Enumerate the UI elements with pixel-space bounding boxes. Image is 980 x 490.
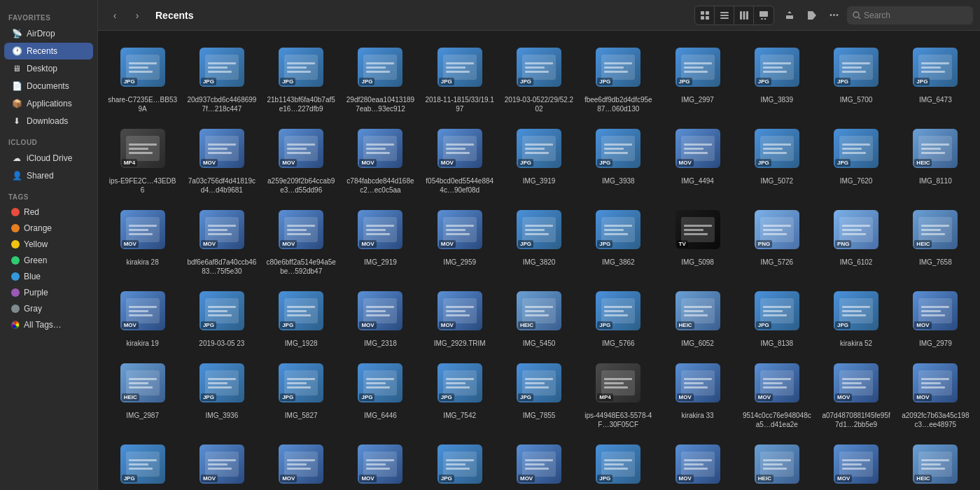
file-item[interactable]: MOV 22bc1243831f436ba221…8ac72aef	[500, 435, 578, 490]
file-item[interactable]: HEIC IMG_7658	[897, 200, 974, 280]
file-item[interactable]: HEIC a45c7c3ffb3f49709ce8c…c191b07	[897, 435, 974, 490]
file-item[interactable]: JPG IMG_8138	[738, 281, 816, 352]
file-item[interactable]: JPG IMG_7855	[500, 354, 578, 433]
file-item[interactable]: TV IMG_5098	[659, 200, 736, 280]
sidebar-item-documents[interactable]: 📄 Documents	[4, 78, 93, 94]
file-item[interactable]: MOV f054bcd0ed5544e8844c…90ef08d	[421, 119, 498, 199]
file-item[interactable]: HEIC IMG_7663	[738, 435, 816, 490]
file-item[interactable]: MOV c784fabcde844d168ec2…ec0c5aa	[342, 119, 419, 199]
sidebar-tag-blue[interactable]: Blue	[4, 269, 93, 284]
file-item[interactable]: MP4 ips-E9FE2C…43EDB6	[104, 119, 181, 199]
file-item[interactable]: MOV IMG_2929.TRIM	[421, 281, 498, 352]
file-item[interactable]: MOV a259e209f2b64ccab9e3…d55dd96	[262, 119, 340, 199]
file-item[interactable]: MOV kirakira 49	[817, 435, 895, 490]
file-item[interactable]: JPG IMG_2997	[659, 38, 736, 118]
file-thumbnail: MOV	[118, 286, 168, 336]
file-item[interactable]: JPG IMG_4549	[104, 435, 181, 490]
sidebar-item-shared[interactable]: 👤 Shared	[4, 167, 93, 184]
file-item[interactable]: MOV a2092fc7b63a45c198c3…ee48975	[897, 354, 974, 433]
file-item[interactable]: MOV a07d4870881f45fe95f7d1…2bb5e9	[817, 354, 895, 433]
more-button[interactable]: •••	[825, 6, 844, 25]
file-item[interactable]: JPG IMG_7620	[817, 119, 895, 199]
file-item[interactable]: MOV kirakira 19	[104, 281, 181, 352]
file-item[interactable]: JPG IMG_3839	[738, 38, 816, 118]
file-item[interactable]: HEIC IMG_6052	[659, 281, 736, 352]
sidebar-tag-orange[interactable]: Orange	[4, 220, 93, 236]
file-item[interactable]: JPG IMG_3820	[500, 200, 578, 280]
sidebar-item-applications[interactable]: 📦 Applications	[4, 95, 93, 112]
file-item[interactable]: HEIC IMG_8110	[897, 119, 974, 199]
sidebar-item-desktop[interactable]: 🖥 Desktop	[4, 60, 93, 77]
file-type-badge: JPG	[122, 78, 137, 85]
file-item[interactable]: JPG IMG_3919	[500, 119, 578, 199]
file-item[interactable]: JPG 21b1143bf6fa40b7af5e16…227dfb9	[262, 38, 340, 118]
file-item[interactable]: MOV 727f31147d83447d7b556…6b2de23	[659, 435, 736, 490]
file-item[interactable]: MOV c80e6bff2a514e94a5ebe…592db47	[262, 200, 340, 280]
file-item[interactable]: MOV IMG_2318	[342, 281, 419, 352]
file-item[interactable]: MOV IMG_2979	[897, 281, 974, 352]
back-button[interactable]: ‹	[105, 6, 125, 25]
file-item[interactable]: MOV kirakira 28	[104, 200, 181, 280]
search-input[interactable]	[864, 10, 962, 20]
file-item[interactable]: PNG IMG_5726	[738, 200, 816, 280]
file-item[interactable]: JPG IMG_5072	[738, 119, 816, 199]
file-item[interactable]: MOV bdf6e6af8d7a40ccb4683…75f5e30	[183, 200, 260, 280]
preview-line	[287, 144, 315, 146]
file-item[interactable]: MOV kirakira 33	[659, 354, 736, 433]
view-gallery-button[interactable]	[754, 6, 774, 24]
file-item[interactable]: JPG IMG_5766	[580, 281, 657, 352]
sidebar-tag-all-tags[interactable]: All Tags…	[4, 317, 93, 332]
preview-line	[208, 386, 232, 388]
file-item[interactable]: MOV IMG_2959	[421, 200, 498, 280]
tag-button[interactable]	[802, 6, 822, 25]
file-item[interactable]: MOV 9514c0cc76e948048ca5…d41ea2e	[738, 354, 816, 433]
file-item[interactable]: JPG kirakira 52	[817, 281, 895, 352]
sidebar-item-icloud-drive[interactable]: ☁ iCloud Drive	[4, 150, 93, 167]
share-button[interactable]	[780, 6, 799, 25]
file-item[interactable]: JPG IMG_1928	[262, 281, 340, 352]
view-icon-button[interactable]	[695, 6, 715, 24]
sidebar-item-airdrop[interactable]: 📡 AirDrop	[4, 25, 93, 42]
sidebar-item-downloads[interactable]: ⬇ Downloads	[4, 113, 93, 130]
file-item[interactable]: JPG 2019-03-0522/29/52.202	[500, 38, 578, 118]
file-item[interactable]: JPG 20d937cbd6c44686997f…218c447	[183, 38, 260, 118]
sidebar-item-recents[interactable]: 🕐 Recents	[4, 43, 93, 59]
file-preview	[601, 217, 635, 242]
file-item[interactable]: JPG IMG_3936	[183, 354, 260, 433]
forward-button[interactable]: ›	[127, 6, 147, 25]
file-item[interactable]: JPG IMG_6473	[897, 38, 974, 118]
view-columns-button[interactable]	[734, 6, 754, 24]
file-item[interactable]: JPG IMG_5827	[262, 354, 340, 433]
file-item[interactable]: HEIC IMG_2987	[104, 354, 181, 433]
file-item[interactable]: JPG share-C7235E…BB539A	[104, 38, 181, 118]
sidebar-tag-red[interactable]: Red	[4, 204, 93, 220]
file-item[interactable]: HEIC IMG_5450	[500, 281, 578, 352]
file-item[interactable]: MOV IMG_5797	[183, 435, 260, 490]
file-item[interactable]: JPG fbee6df9db2d4dfc95e87…060d130	[580, 38, 657, 118]
file-item[interactable]: JPG IMG_5700	[817, 38, 895, 118]
file-item[interactable]: MOV IMG_4494	[659, 119, 736, 199]
file-item[interactable]: JPG 53b2042f96a3475a5bbad…ff0d9301	[580, 435, 657, 490]
file-preview	[522, 55, 556, 80]
sidebar-tag-yellow[interactable]: Yellow	[4, 237, 93, 252]
file-item[interactable]: MOV IMG_7856	[342, 435, 419, 490]
file-item[interactable]: JPG IMG_7542	[421, 354, 498, 433]
view-list-button[interactable]	[715, 6, 734, 24]
file-item[interactable]: MOV IMG_6039	[262, 435, 340, 490]
sidebar-tag-gray[interactable]: Gray	[4, 301, 93, 316]
preview-line	[366, 459, 394, 461]
preview-line	[129, 62, 157, 64]
file-item[interactable]: JPG 9ff978526a434ce2ad59…d0c7337	[421, 435, 498, 490]
file-item[interactable]: JPG IMG_3938	[580, 119, 657, 199]
file-item[interactable]: JPG IMG_6446	[342, 354, 419, 433]
file-item[interactable]: JPG 2019-03-05 23	[183, 281, 260, 352]
file-item[interactable]: JPG 2018-11-1815/33/19.197	[421, 38, 498, 118]
file-item[interactable]: MOV 7a03c756df4d41819cd4…d4b9681	[183, 119, 260, 199]
file-item[interactable]: PNG IMG_6102	[817, 200, 895, 280]
file-item[interactable]: MOV IMG_2919	[342, 200, 419, 280]
sidebar-tag-purple[interactable]: Purple	[4, 285, 93, 300]
sidebar-tag-green[interactable]: Green	[4, 253, 93, 268]
file-item[interactable]: JPG IMG_3862	[580, 200, 657, 280]
file-item[interactable]: MP4 ips-44948E63-5578-4F…30F05CF	[580, 354, 657, 433]
file-item[interactable]: JPG 29df280eaa104131897eab…93ec912	[342, 38, 419, 118]
